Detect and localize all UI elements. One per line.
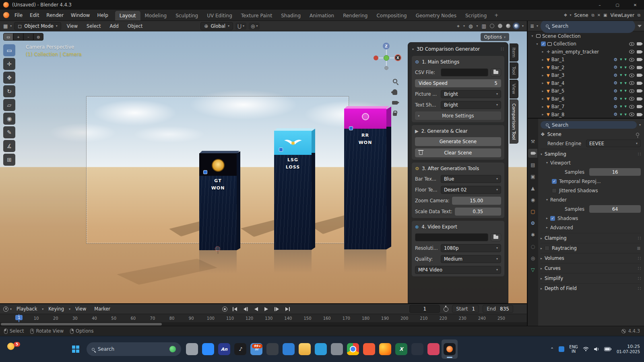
csv-file-input[interactable]	[441, 68, 488, 76]
picture-dropdown[interactable]: Bright ▾	[441, 90, 501, 98]
more-settings-subpanel[interactable]: ▸ More Settings	[415, 111, 501, 120]
sampling-panel-header[interactable]: ▾ Sampling ∷	[541, 149, 641, 158]
menu-view[interactable]: View	[64, 22, 81, 30]
mesh-data-icon[interactable]: ▼	[620, 89, 622, 93]
taskbar-app-music[interactable]: ♪	[232, 339, 248, 359]
weather-widget[interactable]: 5	[4, 341, 18, 352]
measure-tool[interactable]: ∡	[3, 140, 15, 152]
shading-rendered-button[interactable]	[514, 24, 518, 28]
navigation-gizmo[interactable]: Z X	[370, 42, 402, 74]
export-path-input[interactable]	[415, 233, 488, 241]
taskbar-app-firefox[interactable]	[377, 339, 393, 359]
modifier-icon[interactable]: ⚙	[613, 65, 617, 70]
start-frame-field[interactable]: Start 1	[452, 305, 479, 313]
text-shadow-dropdown[interactable]: Bright ▾	[441, 101, 501, 109]
outliner-row-scene-collection[interactable]: ▾ Scene Collection	[528, 32, 644, 40]
overlays-caret[interactable]: ▾	[477, 24, 478, 28]
taskbar-app-darkapp[interactable]	[264, 339, 281, 359]
format-dropdown[interactable]: MP4 Video ▾	[415, 266, 501, 274]
viewport-3d[interactable]: GT WON	[0, 31, 527, 303]
current-frame-indicator[interactable]: 1	[15, 315, 23, 320]
next-keyframe-button[interactable]	[273, 306, 280, 312]
timeline-scrollbar[interactable]	[0, 322, 527, 326]
sidebar-tab-item[interactable]: Item	[510, 43, 518, 62]
prev-keyframe-button[interactable]	[242, 306, 249, 312]
raytracing-checkbox[interactable]	[545, 246, 549, 251]
properties-filter-caret[interactable]: ▾	[639, 123, 641, 127]
mesh-data-icon[interactable]: ▼	[620, 74, 622, 77]
tool-options-dropdown[interactable]: Options ▾	[481, 33, 509, 41]
tab-modifiers[interactable]: ⚙	[528, 219, 537, 228]
menu-playback[interactable]: Playback	[13, 305, 40, 313]
modifier-icon[interactable]: ⚙	[613, 80, 617, 86]
bar-object-rr[interactable]: RR WON	[344, 109, 386, 249]
tab-physics[interactable]: ◌	[528, 242, 537, 251]
outliner-row-empty-tracker[interactable]: ▸ ✛ anim_empty_tracker	[528, 48, 644, 56]
new-scene-icon[interactable]: ⧉	[591, 13, 595, 18]
hide-viewport-icon[interactable]	[629, 97, 634, 101]
stopwatch-icon[interactable]	[444, 307, 448, 312]
pan-hand-icon[interactable]	[392, 89, 397, 95]
tab-particles[interactable]: ✱	[528, 230, 537, 239]
select-mode-extend-button[interactable]: +	[13, 33, 23, 41]
modifier-icon[interactable]: ⚙	[613, 104, 617, 109]
workspace-tab-geometry-nodes[interactable]: Geometry Nodes	[411, 11, 461, 21]
zoom-camera-field[interactable]: 15.00	[452, 197, 501, 205]
expand-icon[interactable]: ▾	[530, 34, 535, 38]
raytracing-panel[interactable]: ▸ Raytracing ≣	[541, 243, 641, 252]
cursor-tool[interactable]: ✛	[3, 58, 15, 70]
hide-viewport-icon[interactable]	[629, 81, 634, 85]
disable-render-icon[interactable]	[637, 42, 642, 45]
start-button[interactable]	[68, 339, 84, 359]
lock-view-icon[interactable]	[393, 113, 397, 116]
menu-keying[interactable]: Keying	[45, 305, 67, 313]
tab-view-layer[interactable]: ▣	[528, 172, 537, 181]
select-mode-intersect-button[interactable]: ◍	[33, 33, 43, 41]
material-icon[interactable]: ▼	[625, 97, 627, 101]
menu-add[interactable]: Add	[107, 22, 122, 30]
video-export-header[interactable]: ⊕ 4. Video Export	[415, 223, 501, 230]
volume-icon[interactable]	[594, 347, 599, 352]
material-icon[interactable]: ▼	[625, 113, 627, 116]
jump-to-end-button[interactable]	[284, 306, 291, 312]
tab-scene[interactable]: ▲	[528, 184, 537, 193]
outliner-row-bar[interactable]: ▸ ▼ Bar_3 ⚙ ▼ ▼	[528, 72, 644, 80]
bar-texture-dropdown[interactable]: Blue ▾	[441, 175, 501, 183]
tab-object[interactable]: ▢	[528, 207, 537, 216]
play-reverse-button[interactable]	[253, 306, 259, 312]
gizmo-minus-z-axis[interactable]	[384, 66, 388, 70]
scene-dropdown-caret[interactable]: ▾	[570, 13, 571, 17]
bar-object-gt[interactable]: GT WON	[199, 153, 237, 250]
clock[interactable]: 10:25 01-07-2025	[617, 344, 640, 354]
mesh-data-icon[interactable]: ▼	[620, 113, 622, 116]
clear-scene-button[interactable]: Clear Scene	[415, 148, 501, 157]
material-icon[interactable]: ▼	[625, 89, 627, 93]
sidebar-tab-comparison-tool[interactable]: Comparison Tool	[510, 99, 518, 144]
workspace-tab-compositing[interactable]: Compositing	[372, 11, 411, 21]
play-button[interactable]	[263, 306, 269, 312]
outliner-row-collection[interactable]: ▾ ✓ Collection	[528, 40, 644, 48]
language-indicator[interactable]: ENG IN	[569, 345, 578, 354]
tray-expand-icon[interactable]: ⌃	[550, 347, 554, 352]
wifi-icon[interactable]	[583, 347, 589, 352]
gizmos-caret[interactable]: ▾	[463, 24, 465, 28]
timeline-editor-type-icon[interactable]	[3, 306, 8, 312]
snap-group[interactable]: ⋃ ▾	[235, 23, 246, 30]
timeline-ruler[interactable]: 1 10203040506070809010011012013014015016…	[0, 314, 527, 322]
hide-viewport-icon[interactable]	[629, 58, 634, 62]
snap-magnet-icon[interactable]: ⋃	[237, 23, 242, 29]
workspace-tab-scripting[interactable]: Scripting	[461, 11, 491, 21]
mesh-data-icon[interactable]: ▼	[620, 82, 622, 85]
close-button[interactable]: ✕	[626, 0, 644, 10]
snap-caret[interactable]: ▾	[243, 24, 244, 28]
bar-object-lsg[interactable]: LSG LOSS	[274, 131, 312, 250]
taskbar-app-photos[interactable]	[409, 339, 425, 359]
expand-icon[interactable]: ▸	[541, 58, 545, 62]
clamping-panel[interactable]: ▸ Clamping ∷	[541, 233, 641, 242]
menu-edit[interactable]: Edit	[26, 11, 43, 20]
mesh-data-icon[interactable]: ▼	[620, 105, 622, 108]
tab-object-data[interactable]: ▽	[528, 265, 537, 274]
menu-window[interactable]: Window	[67, 11, 93, 20]
editor-type-button[interactable]: ▦	[3, 23, 8, 29]
menu-marker[interactable]: Marker	[91, 305, 114, 313]
